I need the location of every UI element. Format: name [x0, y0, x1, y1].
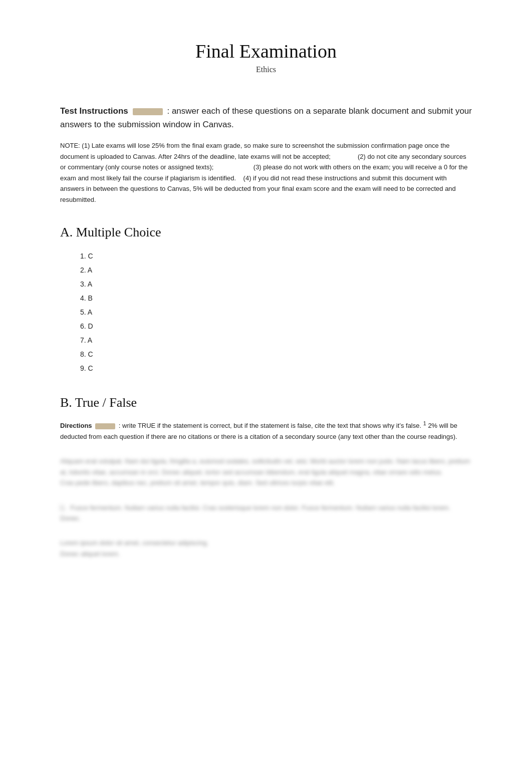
- blurred-text-1: Aliquam erat volutpat. Nam dui ligula, f…: [60, 456, 472, 488]
- header: Final Examination Ethics: [60, 40, 472, 74]
- blurred-text-3: Lorem ipsum dolor sit amet, consectetur …: [60, 538, 472, 559]
- mc-list-item: 6. D: [80, 319, 472, 333]
- page-subtitle: Ethics: [60, 65, 472, 74]
- instructions-colon: :: [167, 106, 172, 116]
- section-b-heading: B. True / False: [60, 395, 472, 410]
- mc-list-item: 5. A: [80, 305, 472, 319]
- blurred-block-3: Lorem ipsum dolor sit amet, consectetur …: [60, 538, 472, 559]
- note-text: NOTE: (1) Late exams will lose 25% from …: [60, 142, 468, 203]
- mc-list: 1. C2. A3. A4. B5. A6. D7. A8. C9. C: [60, 249, 472, 375]
- mc-list-item: 9. C: [80, 361, 472, 375]
- blurred-block-1: Aliquam erat volutpat. Nam dui ligula, f…: [60, 456, 472, 488]
- test-instructions: Test Instructions : answer each of these…: [60, 104, 472, 131]
- section-a: A. Multiple Choice 1. C2. A3. A4. B5. A6…: [60, 225, 472, 375]
- page-title: Final Examination: [60, 40, 472, 62]
- mc-list-item: 7. A: [80, 333, 472, 347]
- mc-list-item: 3. A: [80, 277, 472, 291]
- blurred-label-2: 1.: [60, 504, 66, 511]
- mc-list-item: 2. A: [80, 263, 472, 277]
- directions-label: Directions: [60, 422, 92, 429]
- redacted-block-1: [133, 108, 163, 115]
- instructions-label: Test Instructions: [60, 106, 128, 116]
- redacted-block-2: [95, 423, 115, 429]
- page: Final Examination Ethics Test Instructio…: [0, 0, 532, 782]
- mc-list-item: 8. C: [80, 347, 472, 361]
- blurred-block-2: 1. Fusce fermentum. Nullam varius nulla …: [60, 502, 472, 524]
- directions-block: Directions : write TRUE if the statement…: [60, 419, 472, 442]
- section-a-heading: A. Multiple Choice: [60, 225, 472, 240]
- section-b: B. True / False Directions : write TRUE …: [60, 395, 472, 559]
- mc-list-item: 4. B: [80, 291, 472, 305]
- directions-text: : write TRUE if the statement is correct…: [119, 422, 421, 429]
- footnote-sup: 1: [423, 422, 426, 429]
- note-block: NOTE: (1) Late exams will lose 25% from …: [60, 140, 472, 205]
- blurred-text-2: 1. Fusce fermentum. Nullam varius nulla …: [60, 502, 472, 524]
- mc-list-item: 1. C: [80, 249, 472, 263]
